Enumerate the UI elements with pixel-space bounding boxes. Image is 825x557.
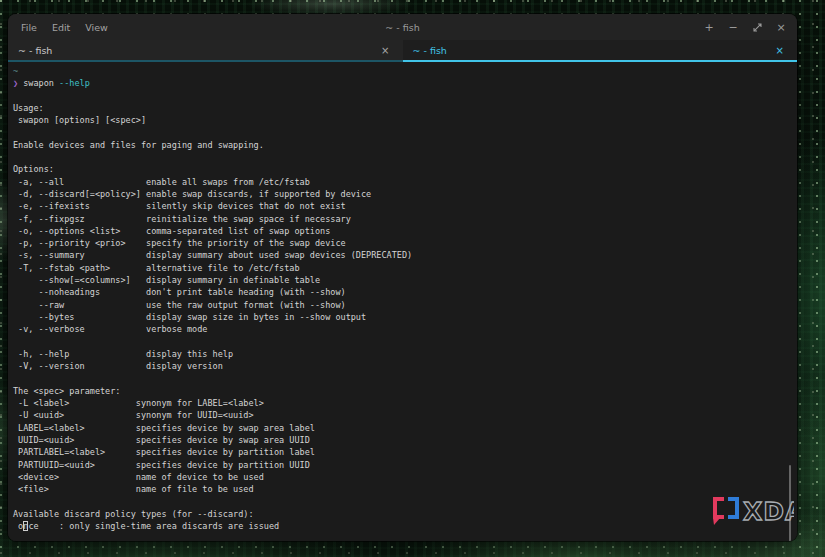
- menubar: File Edit View: [8, 22, 108, 33]
- terminal-window: File Edit View ~ - fish + − × ~ - fish ×…: [8, 14, 797, 541]
- close-icon: ×: [776, 22, 785, 33]
- plus-icon: +: [704, 22, 713, 33]
- prompt-cwd: ~: [13, 66, 18, 76]
- window-controls: + − ×: [701, 19, 797, 35]
- minimize-button[interactable]: −: [725, 19, 741, 35]
- menu-edit[interactable]: Edit: [52, 22, 70, 33]
- tab-close-icon[interactable]: ×: [378, 45, 392, 56]
- xda-logo-text: XDA: [743, 497, 794, 526]
- window-title: ~ - fish: [8, 22, 797, 33]
- maximize-icon: [753, 23, 762, 32]
- new-tab-button[interactable]: +: [701, 19, 717, 35]
- terminal-viewport: ~ ❯ swapon --help Usage: swapon [options…: [8, 62, 797, 541]
- command-flag: --help: [59, 78, 90, 88]
- minimize-icon: −: [728, 22, 737, 33]
- command-text: swapon: [18, 78, 59, 88]
- menu-file[interactable]: File: [21, 22, 37, 33]
- xda-bracket-icon: [713, 497, 739, 525]
- cursor-line-before: o: [13, 521, 23, 531]
- close-window-button[interactable]: ×: [773, 19, 789, 35]
- help-output-text: Usage: swapon [options] [<spec>] Enable …: [13, 103, 412, 519]
- tab-close-icon[interactable]: ×: [773, 45, 787, 56]
- cursor-line-after: ce : only single-time area discards are …: [28, 521, 279, 531]
- tab-fish-1[interactable]: ~ - fish ×: [8, 40, 403, 62]
- xda-watermark: XDA: [710, 494, 794, 530]
- tab-fish-2-active[interactable]: ~ - fish ×: [403, 40, 798, 62]
- menu-view[interactable]: View: [85, 22, 108, 33]
- maximize-button[interactable]: [749, 19, 765, 35]
- tab-bar: ~ - fish × ~ - fish ×: [8, 40, 797, 62]
- terminal-output: ~ ❯ swapon --help Usage: swapon [options…: [8, 62, 797, 532]
- tab-label: ~ - fish: [413, 45, 447, 56]
- tab-label: ~ - fish: [18, 45, 52, 56]
- window-titlebar: File Edit View ~ - fish + − ×: [8, 14, 797, 40]
